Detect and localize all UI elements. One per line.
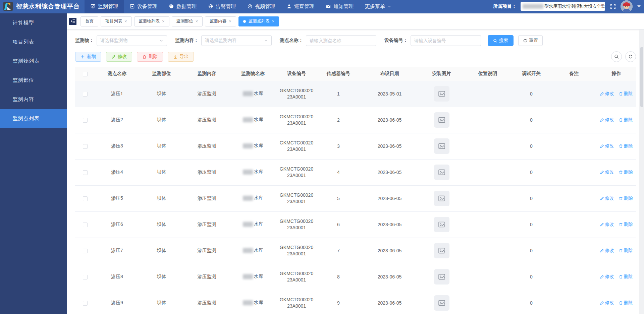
select-all-checkbox[interactable] bbox=[83, 72, 88, 76]
row-delete-link[interactable]: 删除 bbox=[619, 91, 633, 97]
row-edit-link[interactable]: 修改 bbox=[600, 248, 614, 254]
tab-close-icon[interactable]: × bbox=[162, 19, 165, 23]
row-checkbox[interactable] bbox=[83, 301, 88, 306]
row-checkbox[interactable] bbox=[83, 275, 88, 279]
nav-item-more[interactable]: 更多菜单 bbox=[359, 0, 397, 13]
table-refresh-button[interactable] bbox=[625, 51, 636, 62]
edit-button[interactable]: 修改 bbox=[106, 52, 132, 62]
row-edit-link[interactable]: 修改 bbox=[600, 300, 614, 306]
tab-monitor-point-list[interactable]: 监测点列表× bbox=[238, 16, 279, 26]
device-no-text: GKMCTG0002023A0001 bbox=[279, 192, 314, 205]
tab-project-list[interactable]: 项目列表× bbox=[101, 16, 132, 26]
sidebar-item-monitor-part[interactable]: 监测部位 bbox=[0, 71, 67, 90]
cell-monitor-part: 坝体 bbox=[139, 107, 184, 133]
table-row[interactable]: 渗压3坝体渗压监测水库GKMCTG0002023A000132023-06-05… bbox=[75, 133, 636, 159]
cell-actions: 修改删除 bbox=[597, 264, 636, 290]
add-button[interactable]: 新增 bbox=[75, 52, 101, 62]
install-image-thumbnail[interactable] bbox=[434, 112, 449, 128]
install-image-thumbnail[interactable] bbox=[434, 138, 449, 154]
cell-sensor-no: 6 bbox=[317, 211, 360, 238]
object-name-text: 水库 bbox=[254, 300, 263, 306]
sidebar-item-compute-model[interactable]: 计算模型 bbox=[0, 13, 67, 33]
row-edit-link[interactable]: 修改 bbox=[600, 169, 614, 175]
row-edit-link[interactable]: 修改 bbox=[600, 91, 614, 97]
scrollbar-track[interactable] bbox=[639, 29, 644, 314]
row-edit-link[interactable]: 修改 bbox=[600, 274, 614, 280]
tab-close-icon[interactable]: × bbox=[272, 19, 274, 23]
row-edit-link[interactable]: 修改 bbox=[600, 143, 614, 149]
install-image-thumbnail[interactable] bbox=[434, 295, 449, 311]
table-row[interactable]: 渗压7坝体渗压监测水库GKMCTG0002023A000172023-06-05… bbox=[75, 238, 636, 264]
nav-item-video[interactable]: 视频管理 bbox=[241, 0, 281, 13]
row-checkbox[interactable] bbox=[83, 249, 88, 253]
nav-item-notify[interactable]: 通知管理 bbox=[320, 0, 359, 13]
install-image-thumbnail[interactable] bbox=[434, 269, 449, 285]
row-delete-link[interactable]: 删除 bbox=[619, 274, 633, 280]
table-row[interactable]: 渗压2坝体渗压监测水库GKMCTG0002023A000122023-06-05… bbox=[75, 107, 636, 133]
tab-home[interactable]: 首页 bbox=[80, 16, 98, 26]
tab-monitor-part[interactable]: 监测部位× bbox=[172, 16, 203, 26]
sidebar-collapse-button[interactable] bbox=[69, 18, 76, 25]
row-checkbox[interactable] bbox=[83, 196, 88, 201]
sidebar-item-monitor-point-list[interactable]: 监测点列表 bbox=[0, 109, 67, 128]
install-image-thumbnail[interactable] bbox=[434, 191, 449, 206]
row-delete-link[interactable]: 删除 bbox=[619, 117, 633, 123]
table-row[interactable]: 渗压4坝体渗压监测水库GKMCTG0002023A000142023-06-05… bbox=[75, 159, 636, 185]
row-checkbox[interactable] bbox=[83, 223, 88, 227]
nav-item-alarm[interactable]: 告警管理 bbox=[202, 0, 241, 13]
tab-close-icon[interactable]: × bbox=[124, 19, 127, 23]
reset-button[interactable]: 重置 bbox=[518, 35, 543, 46]
nav-item-patrol[interactable]: 巡查管理 bbox=[281, 0, 320, 13]
monitor-object-select[interactable]: 请选择监测物 bbox=[97, 35, 167, 46]
cell-object-name: 水库 bbox=[229, 238, 276, 264]
row-delete-link[interactable]: 删除 bbox=[619, 248, 633, 254]
row-checkbox[interactable] bbox=[83, 92, 88, 97]
tab-monitor-object-list[interactable]: 监测物列表× bbox=[134, 16, 169, 26]
cell-point-name: 渗压5 bbox=[95, 185, 139, 211]
table-row[interactable]: 渗压8坝体渗压监测水库GKMCTG0002023A000182023-06-05… bbox=[75, 264, 636, 290]
cell-sensor-no: 7 bbox=[317, 238, 360, 264]
monitor-content-select[interactable]: 请选择监测内容 bbox=[201, 35, 272, 46]
row-checkbox[interactable] bbox=[83, 144, 88, 149]
table-search-button[interactable] bbox=[611, 51, 622, 62]
search-button[interactable]: 搜索 bbox=[488, 35, 514, 46]
scrollbar-thumb[interactable] bbox=[640, 47, 643, 107]
table-row[interactable]: 渗压5坝体渗压监测水库GKMCTG0002023A000152023-06-05… bbox=[75, 185, 636, 211]
export-button[interactable]: 导出 bbox=[168, 52, 194, 62]
sidebar-item-monitor-object-list[interactable]: 监测物列表 bbox=[0, 52, 67, 71]
sidebar-item-monitor-content[interactable]: 监测内容 bbox=[0, 90, 67, 109]
row-checkbox[interactable] bbox=[83, 118, 88, 123]
fullscreen-button[interactable] bbox=[609, 3, 616, 10]
row-edit-link[interactable]: 修改 bbox=[600, 117, 614, 123]
nav-item-device[interactable]: 设备管理 bbox=[124, 0, 163, 13]
tab-close-icon[interactable]: × bbox=[196, 19, 198, 23]
row-checkbox[interactable] bbox=[83, 170, 88, 175]
install-image-thumbnail[interactable] bbox=[434, 217, 449, 232]
sidebar-item-project-list[interactable]: 项目列表 bbox=[0, 33, 67, 52]
row-delete-link[interactable]: 删除 bbox=[619, 195, 633, 201]
nav-item-data[interactable]: 数据管理 bbox=[163, 0, 202, 13]
avatar[interactable] bbox=[621, 0, 633, 12]
point-name-input[interactable] bbox=[310, 38, 373, 43]
row-delete-link[interactable]: 删除 bbox=[619, 300, 633, 306]
column-header-3: 监测内容 bbox=[184, 67, 229, 81]
install-image-thumbnail[interactable] bbox=[434, 243, 449, 258]
nav-item-monitoring[interactable]: 监测管理 bbox=[85, 0, 124, 13]
tab-close-icon[interactable]: × bbox=[229, 19, 231, 23]
row-delete-link[interactable]: 删除 bbox=[619, 169, 633, 175]
table-row[interactable]: 渗压1坝体渗压监测水库GKMCTG0002023A000112023-05-01… bbox=[75, 81, 636, 107]
table-row[interactable]: 渗压9坝体渗压监测水库GKMCTG0002023A000192023-06-05… bbox=[75, 290, 636, 314]
filter-label-monitor-object: 监测物： bbox=[75, 38, 94, 44]
tab-monitor-content[interactable]: 监测内容× bbox=[205, 16, 236, 26]
row-delete-link[interactable]: 删除 bbox=[619, 143, 633, 149]
row-edit-link[interactable]: 修改 bbox=[600, 195, 614, 201]
install-image-thumbnail[interactable] bbox=[434, 86, 449, 102]
device-no-input[interactable] bbox=[414, 38, 477, 43]
table-row[interactable]: 渗压6坝体渗压监测水库GKMCTG0002023A000162023-06-05… bbox=[75, 211, 636, 238]
user-menu-caret-icon[interactable] bbox=[637, 5, 641, 7]
delete-button[interactable]: 删除 bbox=[137, 52, 163, 62]
install-image-thumbnail[interactable] bbox=[434, 165, 449, 180]
row-edit-link[interactable]: 修改 bbox=[600, 222, 614, 228]
row-delete-link[interactable]: 删除 bbox=[619, 222, 633, 228]
project-select[interactable]: 型水库雨水情测报和大坝安全监 bbox=[521, 2, 605, 11]
